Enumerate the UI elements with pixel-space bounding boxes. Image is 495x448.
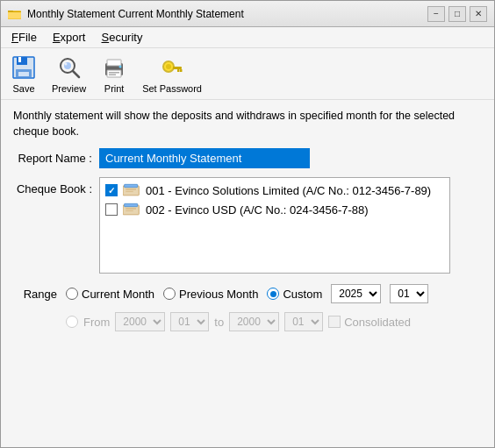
svg-rect-10 [18,72,29,76]
to-month-dropdown: 01 [284,312,323,331]
from-to-row: From 2000 01 to 2000 01 Consolidated [66,312,482,331]
content-area: Monthly statement will show the deposits… [1,100,494,447]
preview-label: Preview [52,83,86,94]
range-label: Range [13,288,57,301]
key-icon [158,53,186,82]
print-icon [100,53,128,82]
year-dropdown[interactable]: 2025 2024 2023 2026 [331,284,381,303]
cheque-checkbox-2[interactable] [105,203,118,216]
toolbar: Save Preview [1,48,494,100]
cheque-book-label: Cheque Book : [13,177,92,196]
svg-rect-31 [125,203,138,206]
close-button[interactable]: ✕ [470,6,487,22]
cheque-book-list: 001 - Evinco Solutions Limited (A/C No.:… [99,177,450,274]
title-bar-controls: − □ ✕ [427,6,487,22]
radio-from-placeholder [66,316,78,328]
set-password-label: Set Password [142,83,202,94]
svg-rect-16 [107,60,121,66]
cheque-item-2: 002 - Evinco USD (A/C No.: 024-3456-7-88… [105,203,444,217]
preview-button[interactable]: Preview [52,53,86,94]
cheque-item-1: 001 - Evinco Solutions Limited (A/C No.:… [105,183,444,197]
radio-current-month[interactable]: Current Month [66,288,154,301]
main-window: Monthly Statement Current Monthly Statem… [0,0,495,448]
report-name-row: Report Name : [13,148,482,168]
cheque-book-container: Cheque Book : 001 - Evinco Solutions Lim… [13,177,482,274]
print-button[interactable]: Print [98,53,130,94]
svg-line-12 [73,71,79,77]
svg-rect-4 [8,11,21,12]
consolidated-container: Consolidated [328,316,411,329]
save-icon [10,53,38,82]
set-password-button[interactable]: Set Password [142,53,202,94]
svg-rect-17 [107,70,121,77]
cheque-text-2: 002 - Evinco USD (A/C No.: 024-3456-7-88… [146,203,369,217]
svg-point-20 [119,66,122,68]
title-text: Monthly Statement Current Monthly Statem… [27,8,244,20]
svg-rect-32 [126,208,136,209]
from-month-dropdown: 01 [170,312,209,331]
title-bar-left: Monthly Statement Current Monthly Statem… [8,7,244,21]
maximize-button[interactable]: □ [448,6,466,22]
from-label: From [83,316,110,329]
cheque-text-1: 001 - Evinco Solutions Limited (A/C No.:… [146,184,431,197]
svg-rect-28 [126,188,136,189]
consolidated-checkbox [328,316,341,328]
minimize-button[interactable]: − [427,6,445,22]
svg-point-14 [64,63,67,66]
radio-custom[interactable]: Custom [267,288,322,301]
menu-security[interactable]: Security [94,29,149,46]
to-label: to [214,316,224,329]
radio-previous-month-label: Previous Month [179,288,258,301]
svg-rect-23 [173,67,182,69]
svg-rect-18 [109,72,119,74]
menu-bar: FFile Export Security [1,27,494,48]
month-dropdown[interactable]: 01020304 05060708 09101112 [390,284,428,303]
svg-rect-19 [109,75,116,76]
svg-rect-8 [18,57,21,62]
save-label: Save [12,83,34,94]
cheque-book-icon-2 [123,203,140,217]
radio-custom-circle [267,288,279,300]
svg-rect-33 [126,210,133,211]
svg-rect-27 [125,184,138,187]
consolidated-label: Consolidated [344,316,411,329]
menu-file[interactable]: FFile [4,29,44,46]
from-year-dropdown: 2000 [115,312,165,331]
range-row: Range Current Month Previous Month Custo… [13,284,482,303]
radio-current-month-label: Current Month [82,288,154,301]
menu-export[interactable]: Export [46,29,93,46]
radio-from-circle [66,316,78,328]
radio-current-month-circle [66,288,78,300]
cheque-checkbox-1[interactable] [105,184,118,196]
print-label: Print [104,83,125,94]
folder-icon [8,7,22,21]
svg-point-22 [166,64,171,69]
save-button[interactable]: Save [8,53,39,94]
to-year-dropdown: 2000 [229,312,279,331]
report-name-input[interactable] [99,148,310,168]
svg-rect-3 [8,11,21,18]
svg-rect-7 [17,57,27,65]
report-name-label: Report Name : [13,152,92,165]
radio-previous-month[interactable]: Previous Month [163,288,258,301]
svg-rect-29 [126,191,133,192]
radio-custom-label: Custom [283,288,322,301]
svg-rect-24 [177,69,180,72]
svg-rect-25 [180,69,183,72]
preview-icon [55,53,83,82]
description-text: Monthly statement will show the deposits… [13,109,482,139]
title-bar: Monthly Statement Current Monthly Statem… [1,1,494,27]
radio-previous-month-circle [163,288,176,300]
cheque-book-icon-1 [123,183,140,197]
